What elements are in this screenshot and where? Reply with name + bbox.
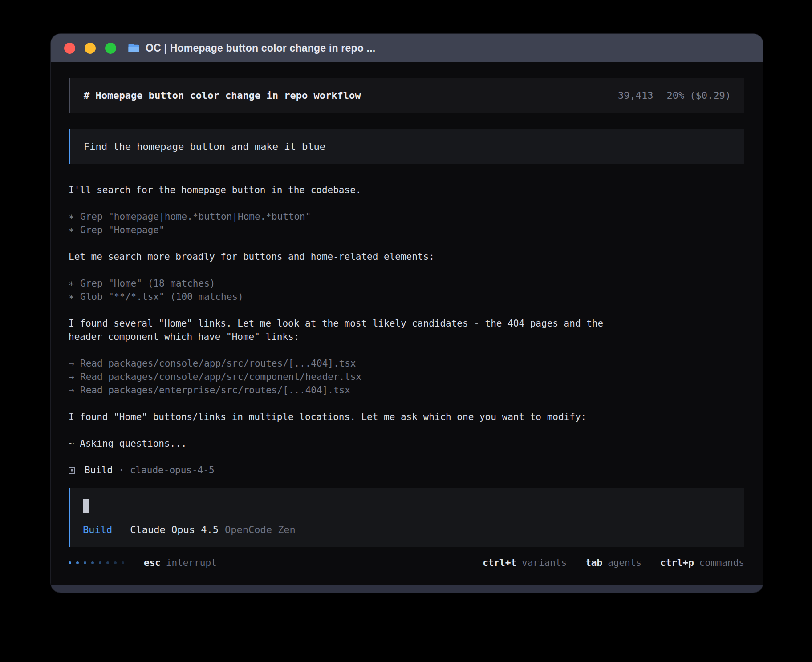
progress-spinner	[69, 561, 124, 564]
shortcut-agents: tab agents	[585, 557, 641, 568]
progress-dot	[91, 561, 94, 564]
tool-call-text: Glob "**/*.tsx" (100 matches)	[80, 291, 244, 302]
esc-label: interrupt	[166, 557, 217, 568]
window-title: OC | Homepage button color change in rep…	[146, 42, 375, 54]
window-titlebar[interactable]: OC | Homepage button color change in rep…	[51, 34, 763, 62]
terminal-window: OC | Homepage button color change in rep…	[51, 34, 763, 593]
tool-call-group: ∗Grep "Home" (18 matches) ∗Glob "**/*.ts…	[69, 277, 744, 303]
close-button[interactable]	[64, 43, 75, 54]
assistant-text: Let me search more broadly for buttons a…	[69, 250, 744, 263]
tool-call-glob: ∗Glob "**/*.tsx" (100 matches)	[69, 290, 744, 303]
model-name[interactable]: Claude Opus 4.5	[130, 524, 219, 535]
tool-call-group: →Read packages/console/app/src/routes/[.…	[69, 357, 744, 397]
assistant-text-line: I found several "Home" links. Let me loo…	[69, 317, 744, 330]
tool-call-grep: ∗Grep "Home" (18 matches)	[69, 277, 744, 290]
tool-bullet-icon: ∗	[69, 223, 80, 237]
shortcut-label: variants	[522, 557, 567, 568]
session-cost: ($0.29)	[690, 90, 731, 101]
prompt-input[interactable]: Build Claude Opus 4.5 OpenCode Zen	[69, 488, 744, 547]
tool-call-read: →Read packages/console/app/src/component…	[69, 370, 744, 383]
shortcuts-right: ctrl+t variants tab agents ctrl+p comman…	[483, 557, 744, 568]
tool-call-grep: ∗Grep "homepage|home.*button|Home.*butto…	[69, 210, 744, 223]
token-count: 39,413	[618, 90, 653, 101]
mode-label[interactable]: Build	[83, 524, 112, 535]
status-bar: esc interrupt ctrl+t variants tab agents…	[69, 557, 744, 579]
agent-square-icon	[69, 467, 75, 474]
progress-dot	[76, 561, 79, 564]
agent-model: claude-opus-4-5	[130, 464, 215, 477]
shortcut-key: tab	[585, 557, 602, 568]
tool-call-grep: ∗Grep "Homepage"	[69, 223, 744, 237]
terminal-content: # Homepage button color change in repo w…	[51, 62, 763, 585]
progress-dot	[84, 561, 86, 564]
progress-dot	[69, 561, 71, 564]
arrow-icon: →	[69, 370, 80, 383]
minimize-button[interactable]	[85, 43, 96, 54]
model-row: Build Claude Opus 4.5 OpenCode Zen	[83, 524, 732, 535]
tool-call-text: Grep "homepage|home.*button|Home.*button…	[80, 211, 311, 222]
user-message: Find the homepage button and make it blu…	[69, 129, 744, 164]
progress-dot	[122, 561, 124, 564]
arrow-icon: →	[69, 357, 80, 370]
tool-call-text: Read packages/console/app/src/routes/[..…	[80, 358, 356, 369]
agent-row: Build · claude-opus-4-5	[69, 464, 744, 477]
folder-icon	[128, 43, 140, 53]
traffic-lights	[51, 43, 116, 54]
assistant-status: ~ Asking questions...	[69, 437, 744, 450]
arrow-icon: →	[69, 383, 80, 397]
context-percent: 20%	[667, 90, 685, 101]
shortcut-interrupt: esc interrupt	[144, 557, 217, 568]
session-stats: 39,413 20% ($0.29)	[618, 90, 731, 101]
conversation: I'll search for the homepage button in t…	[69, 183, 744, 477]
zoom-button[interactable]	[105, 43, 116, 54]
tool-bullet-icon: ∗	[69, 210, 80, 223]
tool-call-text: Grep "Homepage"	[80, 225, 165, 235]
titlebar-title-group: OC | Homepage button color change in rep…	[128, 42, 375, 54]
session-header: # Homepage button color change in repo w…	[69, 78, 744, 113]
shortcut-label: agents	[608, 557, 641, 568]
shortcut-key: ctrl+p	[660, 557, 694, 568]
agent-name: Build	[85, 464, 113, 477]
esc-key: esc	[144, 557, 161, 568]
window-bottom-edge	[51, 585, 763, 593]
assistant-text: I'll search for the homepage button in t…	[69, 183, 744, 197]
tool-call-text: Read packages/enterprise/src/routes/[...…	[80, 385, 350, 396]
tool-call-group: ∗Grep "homepage|home.*button|Home.*butto…	[69, 210, 744, 237]
provider-name: OpenCode Zen	[225, 524, 296, 535]
tool-bullet-icon: ∗	[69, 277, 80, 290]
progress-dot	[114, 561, 117, 564]
assistant-text: I found "Home" buttons/links in multiple…	[69, 410, 744, 424]
shortcut-label: commands	[699, 557, 744, 568]
tool-call-text: Read packages/console/app/src/component/…	[80, 371, 361, 382]
tool-call-read: →Read packages/console/app/src/routes/[.…	[69, 357, 744, 370]
shortcut-variants: ctrl+t variants	[483, 557, 567, 568]
progress-dot	[106, 561, 109, 564]
tool-bullet-icon: ∗	[69, 290, 80, 303]
assistant-text: I found several "Home" links. Let me loo…	[69, 317, 744, 343]
tool-call-read: →Read packages/enterprise/src/routes/[..…	[69, 383, 744, 397]
shortcut-commands: ctrl+p commands	[660, 557, 744, 568]
shortcut-key: ctrl+t	[483, 557, 516, 568]
tool-call-text: Grep "Home" (18 matches)	[80, 278, 215, 289]
progress-dot	[99, 561, 102, 564]
agent-separator: ·	[118, 464, 124, 477]
assistant-text-line: header component which have "Home" links…	[69, 330, 744, 343]
text-cursor	[83, 499, 89, 513]
session-title: # Homepage button color change in repo w…	[84, 90, 361, 101]
user-message-text: Find the homepage button and make it blu…	[84, 141, 325, 152]
